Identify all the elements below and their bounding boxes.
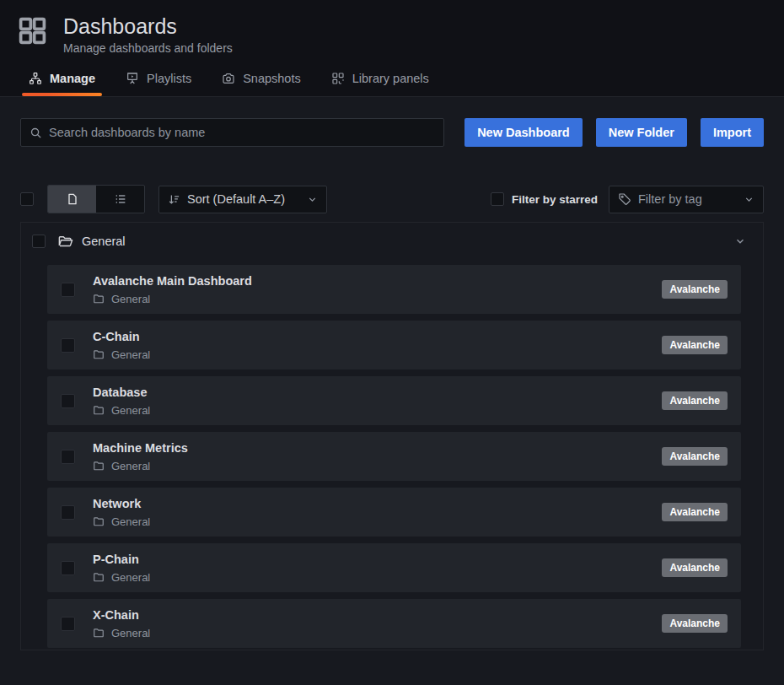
folder-icon xyxy=(93,460,105,472)
import-button[interactable]: Import xyxy=(701,118,764,147)
dashboard-folder-label: General xyxy=(111,348,150,361)
row-checkbox[interactable] xyxy=(61,283,75,297)
select-all-checkbox[interactable] xyxy=(20,192,34,206)
dashboard-tag[interactable]: Avalanche xyxy=(662,391,728,410)
tab-label: Playlists xyxy=(147,72,191,85)
row-checkbox[interactable] xyxy=(61,561,75,575)
dashboard-list-container: General Avalanche Main Dashboard General… xyxy=(20,222,764,650)
search-box xyxy=(20,118,444,147)
dashboard-title[interactable]: Avalanche Main Dashboard xyxy=(93,274,252,288)
tab-manage[interactable]: Manage xyxy=(27,63,97,96)
folder-icon xyxy=(93,348,105,360)
search-row: New Dashboard New Folder Import xyxy=(20,118,764,147)
tab-snapshots[interactable]: Snapshots xyxy=(220,63,303,96)
dashboard-folder: General xyxy=(93,460,188,472)
folder-icon xyxy=(93,404,105,416)
tab-label: Snapshots xyxy=(243,72,301,85)
sort-value: Sort (Default A–Z) xyxy=(187,192,285,206)
dashboard-tag[interactable]: Avalanche xyxy=(662,336,728,354)
dashboard-folder: General xyxy=(93,293,252,305)
dashboard-row[interactable]: C-Chain General Avalanche xyxy=(47,321,741,369)
dashboard-folder-label: General xyxy=(111,404,150,417)
search-input[interactable] xyxy=(49,126,435,139)
dashboard-title[interactable]: Machine Metrics xyxy=(93,441,188,455)
filter-row: Sort (Default A–Z) Filter by starred Fil… xyxy=(20,185,764,213)
tab-label: Manage xyxy=(50,72,95,85)
dashboard-row[interactable]: Database General Avalanche xyxy=(47,376,741,425)
presentation-icon xyxy=(126,72,139,85)
row-checkbox[interactable] xyxy=(61,338,75,353)
row-checkbox[interactable] xyxy=(61,617,75,631)
tab-playlists[interactable]: Playlists xyxy=(124,63,193,96)
dashboard-folder-label: General xyxy=(111,460,150,472)
dashboard-folder: General xyxy=(93,404,150,417)
dashboard-folder-label: General xyxy=(111,293,150,305)
dashboard-title[interactable]: Network xyxy=(93,497,150,510)
tab-bar: Manage Playlists Snapshots xyxy=(0,63,784,97)
folder-view-button[interactable] xyxy=(48,186,96,213)
list-icon xyxy=(114,192,127,206)
folder-icon xyxy=(93,627,105,639)
dashboard-row[interactable]: X-Chain General Avalanche xyxy=(47,599,741,648)
filter-by-starred[interactable]: Filter by starred xyxy=(491,192,598,206)
tab-label: Library panels xyxy=(352,72,429,85)
dashboard-title[interactable]: X-Chain xyxy=(93,608,150,622)
new-dashboard-button[interactable]: New Dashboard xyxy=(464,118,583,147)
dashboard-tag[interactable]: Avalanche xyxy=(662,558,728,577)
dashboard-row[interactable]: Avalanche Main Dashboard General Avalanc… xyxy=(47,265,741,314)
folder-icon xyxy=(93,571,105,583)
tag-filter-value: Filter by tag xyxy=(638,192,702,206)
dashboard-folder-label: General xyxy=(111,571,150,584)
chevron-down-icon[interactable] xyxy=(734,235,746,247)
sort-dropdown[interactable]: Sort (Default A–Z) xyxy=(158,186,327,213)
page-header: Dashboards Manage dashboards and folders xyxy=(0,0,784,63)
library-panels-icon xyxy=(331,72,345,85)
folder-section-header[interactable]: General xyxy=(21,223,763,260)
dashboard-folder: General xyxy=(93,348,150,361)
sitemap-icon xyxy=(29,72,42,85)
folder-checkbox[interactable] xyxy=(32,235,46,248)
new-folder-button[interactable]: New Folder xyxy=(596,118,687,147)
folder-name: General xyxy=(82,235,126,248)
view-toggle xyxy=(47,185,145,213)
list-view-button[interactable] xyxy=(96,186,144,213)
dashboard-row[interactable]: Network General Avalanche xyxy=(47,488,741,537)
starred-checkbox[interactable] xyxy=(491,192,504,206)
camera-icon xyxy=(222,72,235,85)
row-checkbox[interactable] xyxy=(61,394,75,408)
dashboard-info: P-Chain General xyxy=(93,553,150,584)
dashboard-title[interactable]: Database xyxy=(93,386,150,399)
dashboard-tag[interactable]: Avalanche xyxy=(662,503,728,521)
filter-by-tag-dropdown[interactable]: Filter by tag xyxy=(609,186,764,213)
search-icon xyxy=(30,127,42,139)
dashboard-info: C-Chain General xyxy=(93,330,150,361)
dashboard-info: Machine Metrics General xyxy=(93,441,188,472)
dashboard-tag[interactable]: Avalanche xyxy=(662,447,728,466)
dashboard-row[interactable]: P-Chain General Avalanche xyxy=(47,543,741,592)
row-checkbox[interactable] xyxy=(61,505,75,520)
tab-library-panels[interactable]: Library panels xyxy=(330,63,431,96)
dashboard-tag[interactable]: Avalanche xyxy=(662,280,728,299)
folder-icon xyxy=(93,515,105,527)
row-checkbox[interactable] xyxy=(61,450,75,464)
dashboard-folder-label: General xyxy=(111,515,150,528)
dashboard-folder: General xyxy=(93,627,150,639)
chevron-down-icon xyxy=(307,194,318,205)
folder-icon xyxy=(93,293,105,305)
dashboard-info: Database General xyxy=(93,386,150,417)
content-area: New Dashboard New Folder Import xyxy=(0,97,784,650)
chevron-down-icon xyxy=(744,194,754,205)
page-subtitle: Manage dashboards and folders xyxy=(63,41,233,55)
starred-label: Filter by starred xyxy=(512,193,598,206)
dashboard-title[interactable]: C-Chain xyxy=(93,330,150,343)
dashboard-title[interactable]: P-Chain xyxy=(93,553,150,566)
dashboard-info: X-Chain General xyxy=(93,608,150,639)
folder-open-icon xyxy=(57,234,73,250)
dashboard-info: Avalanche Main Dashboard General xyxy=(93,274,252,305)
dashboard-folder-label: General xyxy=(111,627,150,639)
sort-icon xyxy=(168,193,180,206)
dashboard-tag[interactable]: Avalanche xyxy=(662,614,728,633)
dashboard-info: Network General xyxy=(93,497,150,528)
dashboard-folder: General xyxy=(93,571,150,584)
dashboard-row[interactable]: Machine Metrics General Avalanche xyxy=(47,432,741,481)
